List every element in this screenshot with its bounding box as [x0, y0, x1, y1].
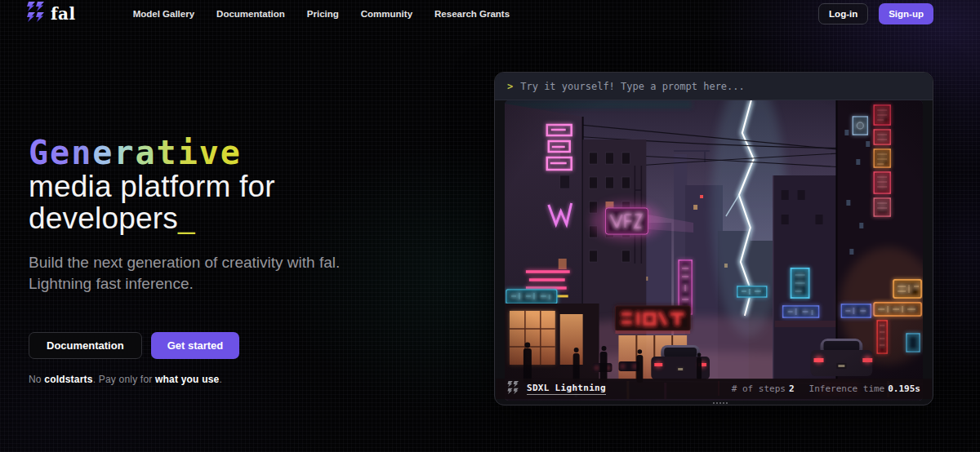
signup-button[interactable]: Sign-up	[879, 3, 933, 24]
nav-item-research-grants[interactable]: Research Grants	[434, 9, 510, 19]
nav-item-model-gallery[interactable]: Model Gallery	[133, 9, 194, 19]
hero-title-gradient: Generative	[29, 135, 412, 171]
resize-grip-handle[interactable]	[713, 402, 715, 404]
hero-title-line2: media platform for	[29, 171, 412, 202]
nav-item-community[interactable]: Community	[361, 9, 412, 19]
fineprint: No coldstarts. Pay only for what you use…	[29, 374, 412, 385]
demo-card: > Try it yourself! Type a prompt here...	[494, 72, 933, 405]
inference-time-label: Inference time	[809, 383, 885, 394]
login-button[interactable]: Log-in	[818, 3, 868, 24]
hero-subtitle: Build the next generation of creativity …	[29, 252, 412, 295]
fal-logo-icon	[27, 2, 45, 26]
hero-section: Generative media platform for developers…	[29, 135, 412, 385]
documentation-button[interactable]: Documentation	[29, 332, 142, 359]
prompt-placeholder: Try it yourself! Type a prompt here...	[520, 81, 745, 92]
blinking-cursor: _	[178, 202, 195, 235]
steps-value: 2	[789, 383, 795, 394]
top-nav: fal Model Gallery Documentation Pricing …	[0, 0, 980, 28]
nav-item-documentation[interactable]: Documentation	[216, 9, 285, 19]
prompt-chevron-icon: >	[507, 81, 513, 92]
model-name-link[interactable]: SDXL Lightning	[527, 383, 606, 395]
inference-time-value: 0.195s	[888, 383, 920, 394]
nav-item-pricing[interactable]: Pricing	[307, 9, 339, 19]
fal-logo-text: fal	[51, 4, 76, 24]
nav-links: Model Gallery Documentation Pricing Comm…	[133, 9, 510, 19]
fal-logo[interactable]: fal	[27, 2, 76, 26]
prompt-input[interactable]: > Try it yourself! Type a prompt here...	[495, 73, 933, 100]
generated-image	[505, 100, 923, 401]
steps-label: # of steps	[732, 383, 786, 394]
hero-title-line3: developers_	[29, 202, 412, 234]
fal-footer-icon	[507, 381, 519, 397]
get-started-button[interactable]: Get started	[151, 332, 240, 359]
demo-card-footer: SDXL Lightning # of steps 2 Inference ti…	[496, 379, 932, 399]
